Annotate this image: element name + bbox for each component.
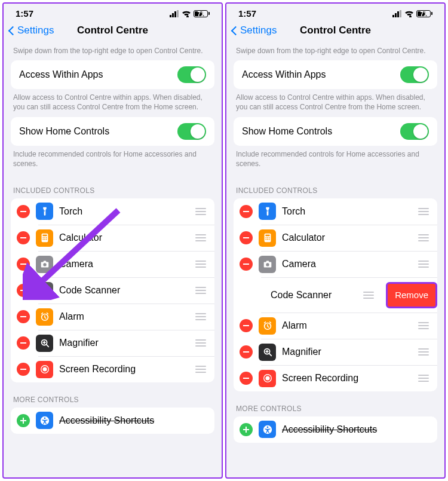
access-toggle[interactable] — [177, 66, 206, 83]
more-list: Accessibility Shortcuts — [11, 408, 214, 434]
page-title: Control Centre — [77, 24, 148, 36]
included-header: INCLUDED CONTROLS — [4, 173, 222, 198]
status-time: 1:57 — [16, 8, 33, 19]
remove-button[interactable] — [240, 258, 253, 271]
list-item-label: Torch — [282, 206, 412, 217]
status-bar: 1:57 71 — [226, 4, 444, 21]
show-home-controls-row: Show Home Controls — [234, 117, 437, 146]
record-icon — [259, 370, 276, 387]
home-desc: Include recommended controls for Home ac… — [4, 146, 222, 173]
list-item-label: Camera — [59, 259, 189, 269]
remove-button[interactable] — [240, 231, 253, 244]
reorder-handle-icon[interactable] — [195, 339, 207, 347]
list-item: Accessibility Shortcuts — [234, 416, 437, 443]
camera-icon — [259, 256, 276, 273]
reorder-handle-icon[interactable] — [363, 292, 375, 299]
home-label: Show Home Controls — [242, 126, 400, 137]
magnifier-icon — [259, 344, 276, 361]
battery-icon: 71 — [194, 10, 210, 17]
remove-button[interactable] — [240, 205, 253, 218]
list-item-label: Accessibility Shortcuts — [59, 415, 207, 426]
reorder-handle-icon[interactable] — [418, 348, 430, 356]
record-icon — [36, 361, 53, 378]
list-item-label: Screen Recording — [282, 373, 412, 384]
calculator-icon — [36, 229, 53, 247]
page-title: Control Centre — [300, 24, 371, 36]
list-item: Torch — [11, 198, 214, 225]
list-item: Code Scanner — [38, 277, 214, 304]
back-label: Settings — [240, 24, 277, 36]
list-item: Screen Recording — [261, 365, 437, 391]
list-item-label: Magnifier — [59, 338, 189, 348]
accessibility-icon — [36, 412, 53, 429]
back-button[interactable]: Settings — [10, 24, 54, 36]
home-toggle[interactable] — [400, 123, 429, 140]
reorder-handle-icon[interactable] — [195, 313, 207, 320]
list-item-label: Calculator — [59, 232, 189, 243]
magnifier-icon — [36, 335, 53, 352]
show-home-controls-row: Show Home Controls — [11, 117, 214, 146]
reorder-handle-icon[interactable] — [195, 208, 207, 215]
phone-left: 1:57 71 Settings Control Centre Swipe do… — [2, 2, 223, 479]
accessibility-icon — [259, 421, 276, 438]
reorder-handle-icon[interactable] — [195, 234, 207, 241]
calculator-icon — [259, 229, 276, 247]
access-desc: Allow access to Control Centre within ap… — [226, 89, 444, 117]
nav-bar: Settings Control Centre — [4, 21, 222, 42]
reorder-handle-icon[interactable] — [418, 208, 430, 215]
list-item: Calculator — [38, 225, 214, 251]
list-item: Magnifier — [38, 330, 214, 356]
more-header: MORE CONTROLS — [226, 391, 444, 416]
remove-confirm-button[interactable]: Remove — [386, 282, 437, 308]
included-header: INCLUDED CONTROLS — [226, 173, 444, 198]
remove-button[interactable] — [240, 345, 253, 359]
chevron-left-icon — [231, 26, 241, 35]
reorder-handle-icon[interactable] — [195, 261, 207, 268]
status-time: 1:57 — [238, 8, 256, 19]
access-toggle[interactable] — [400, 66, 429, 83]
signal-icon — [392, 10, 402, 17]
list-item: Camera — [261, 251, 437, 277]
remove-button[interactable] — [17, 363, 30, 376]
list-item-label: Accessibility Shortcuts — [282, 424, 430, 435]
wifi-icon — [404, 10, 414, 17]
remove-button[interactable] — [17, 258, 30, 271]
reorder-handle-icon[interactable] — [418, 261, 430, 268]
remove-button[interactable] — [17, 310, 30, 323]
list-item-label: Code Scanner — [267, 290, 357, 301]
remove-button[interactable] — [240, 319, 253, 332]
add-button[interactable] — [240, 423, 253, 436]
list-item-swiped: Code Scanner Remove — [261, 277, 437, 313]
signal-icon — [170, 10, 179, 17]
camera-icon — [36, 256, 53, 273]
add-button[interactable] — [17, 414, 30, 427]
remove-button[interactable] — [17, 231, 30, 244]
home-toggle[interactable] — [177, 123, 206, 140]
qr-icon — [36, 282, 53, 299]
reorder-handle-icon[interactable] — [418, 234, 430, 241]
list-item: Alarm — [261, 313, 437, 339]
access-within-apps-row: Access Within Apps — [11, 60, 214, 89]
more-list: Accessibility Shortcuts — [234, 416, 437, 443]
intro-text: Swipe down from the top-right edge to op… — [4, 42, 222, 60]
included-list: Torch Calculator Camera Code Scanner — [11, 198, 214, 382]
home-desc: Include recommended controls for Home ac… — [226, 146, 444, 173]
reorder-handle-icon[interactable] — [195, 366, 207, 373]
reorder-handle-icon[interactable] — [418, 375, 430, 382]
list-item: Accessibility Shortcuts — [11, 408, 214, 434]
reorder-handle-icon[interactable] — [418, 322, 430, 329]
list-item: Alarm — [38, 304, 214, 330]
remove-button[interactable] — [240, 372, 253, 385]
remove-button[interactable] — [17, 336, 30, 350]
access-within-apps-row: Access Within Apps — [234, 60, 437, 89]
list-item-label: Screen Recording — [59, 364, 189, 375]
access-desc: Allow access to Control Centre within ap… — [4, 89, 222, 117]
intro-text: Swipe down from the top-right edge to op… — [226, 42, 444, 60]
more-header: MORE CONTROLS — [4, 382, 222, 408]
remove-button[interactable] — [17, 284, 30, 297]
remove-button[interactable] — [17, 205, 30, 218]
reorder-handle-icon[interactable] — [195, 287, 207, 294]
home-label: Show Home Controls — [19, 126, 177, 137]
back-button[interactable]: Settings — [232, 24, 277, 36]
list-item-label: Torch — [59, 206, 189, 217]
